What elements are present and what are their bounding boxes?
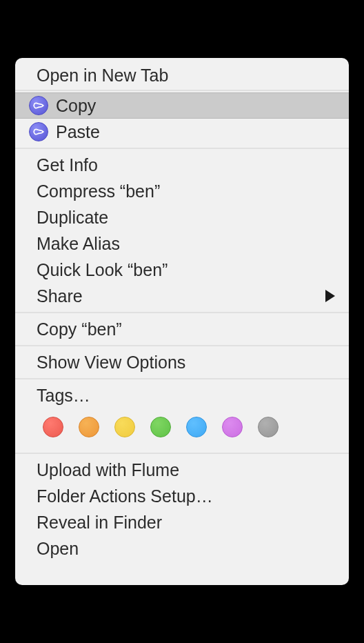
- menu-item-show-view-options[interactable]: Show View Options: [15, 349, 349, 375]
- menu-item-label: Open in New Tab: [37, 66, 335, 86]
- menu-item-label: Get Info: [37, 155, 335, 175]
- menu-separator: [15, 450, 349, 457]
- menu-item-paste[interactable]: Paste: [15, 119, 349, 145]
- menu-item-copy[interactable]: Copy: [15, 92, 349, 119]
- tag-color-purple[interactable]: [222, 417, 243, 437]
- tag-color-gray[interactable]: [258, 417, 279, 437]
- menu-item-share[interactable]: Share: [15, 283, 349, 309]
- menu-item-label: Tags…: [37, 386, 335, 406]
- menu-item-label: Copy: [56, 96, 335, 116]
- menu-item-compress[interactable]: Compress “ben”: [15, 178, 349, 204]
- menu-item-duplicate[interactable]: Duplicate: [15, 204, 349, 230]
- menu-item-label: Show View Options: [37, 353, 335, 373]
- menu-item-label: Compress “ben”: [37, 181, 335, 201]
- menu-item-label: Copy “ben”: [37, 319, 335, 339]
- menu-item-get-info[interactable]: Get Info: [15, 152, 349, 178]
- menu-item-tags[interactable]: Tags…: [15, 382, 349, 408]
- popclip-icon: [29, 96, 48, 115]
- menu-item-folder-actions-setup[interactable]: Folder Actions Setup…: [15, 483, 349, 509]
- menu-item-label: Reveal in Finder: [37, 513, 335, 533]
- menu-separator: [15, 145, 349, 152]
- menu-item-label: Upload with Flume: [37, 460, 335, 480]
- tag-color-green[interactable]: [150, 417, 171, 437]
- menu-item-label: Paste: [56, 122, 335, 142]
- submenu-arrow-icon: [325, 290, 335, 302]
- menu-item-open-in-new-tab[interactable]: Open in New Tab: [15, 62, 349, 88]
- popclip-icon: [29, 122, 48, 141]
- tag-color-orange[interactable]: [79, 417, 99, 437]
- menu-separator: [15, 375, 349, 382]
- menu-item-reveal-in-finder[interactable]: Reveal in Finder: [15, 509, 349, 535]
- menu-item-label: Make Alias: [37, 234, 335, 254]
- menu-item-label: Open: [37, 539, 335, 559]
- context-menu: Open in New Tab Copy Paste Get Info Comp…: [15, 58, 349, 585]
- tag-color-row: [15, 408, 349, 450]
- menu-separator: [15, 309, 349, 316]
- menu-item-label: Quick Look “ben”: [37, 260, 335, 280]
- menu-item-upload-with-flume[interactable]: Upload with Flume: [15, 457, 349, 483]
- menu-item-open[interactable]: Open: [15, 535, 349, 562]
- menu-item-make-alias[interactable]: Make Alias: [15, 230, 349, 257]
- tag-color-red[interactable]: [43, 417, 63, 437]
- tag-color-yellow[interactable]: [114, 417, 135, 437]
- menu-item-label: Duplicate: [37, 208, 335, 228]
- tag-color-blue[interactable]: [186, 417, 207, 437]
- menu-item-label: Share: [37, 286, 325, 306]
- menu-item-quick-look[interactable]: Quick Look “ben”: [15, 257, 349, 283]
- menu-item-label: Folder Actions Setup…: [37, 486, 335, 506]
- menu-spacer: [15, 562, 349, 581]
- menu-separator: [15, 342, 349, 349]
- menu-item-copy-item[interactable]: Copy “ben”: [15, 316, 349, 342]
